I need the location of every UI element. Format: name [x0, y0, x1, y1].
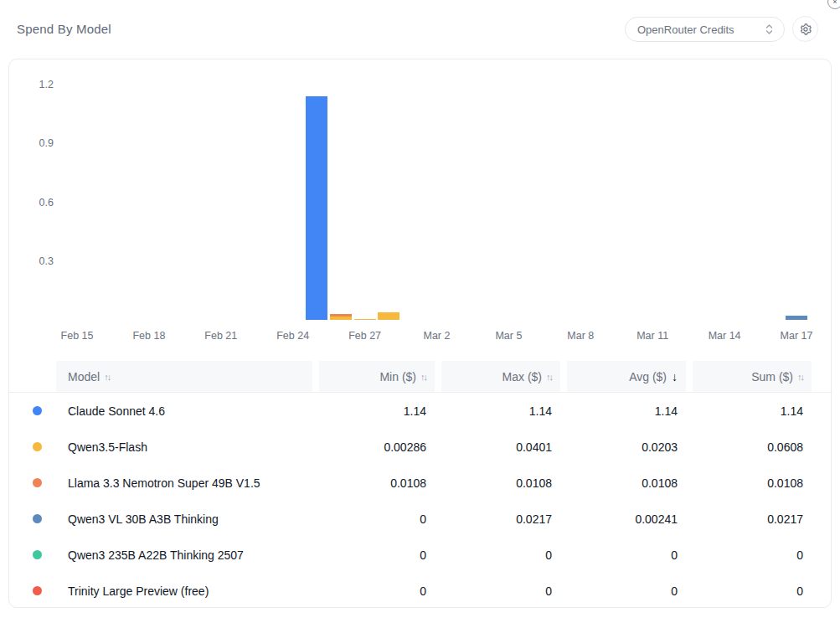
column-header-model[interactable]: Model ↑↓ — [56, 361, 312, 392]
bar-segment — [378, 312, 399, 320]
x-axis-tick-label: Feb 18 — [132, 330, 165, 342]
bar-segment — [786, 316, 807, 320]
cell-min: 0 — [319, 512, 435, 526]
close-icon-glyph: × — [832, 0, 837, 6]
x-axis-tick-label: Mar 17 — [781, 330, 813, 342]
model-name: Qwen3 235B A22B Thinking 2507 — [56, 548, 312, 562]
cell-sum: 0.0608 — [693, 440, 812, 454]
table-row[interactable]: Qwen3.5-Flash 0.00286 0.0401 0.0203 0.06… — [9, 429, 832, 465]
x-axis-tick-label: Mar 14 — [709, 330, 741, 342]
series-dot-cell — [9, 442, 49, 451]
cell-max: 0.0217 — [441, 512, 560, 526]
top-bar: Spend By Model OpenRouter Credits × — [0, 0, 840, 59]
column-label: Max ($) — [502, 370, 542, 383]
series-dot-cell — [9, 514, 49, 523]
table-header-row: Model ↑↓ Min ($) ↑↓ Max ($) ↑↓ Avg ($) ↓… — [9, 361, 832, 393]
sort-icon: ↑↓ — [420, 372, 426, 382]
x-axis-tick-label: Mar 11 — [636, 330, 668, 342]
y-axis-tick-label: 0.3 — [9, 255, 54, 267]
column-label: Model — [68, 370, 100, 383]
cell-max: 0 — [441, 584, 560, 598]
cell-min: 0.00286 — [319, 440, 435, 454]
column-header-avg[interactable]: Avg ($) ↓ — [567, 361, 686, 392]
column-header-min[interactable]: Min ($) ↑↓ — [319, 361, 435, 392]
y-axis-tick-label: 1.2 — [9, 79, 54, 90]
series-dot-cell — [9, 478, 49, 487]
spend-bar-chart: 0.30.60.91.2 Feb 15Feb 18Feb 21Feb 24Feb… — [9, 59, 832, 361]
series-color-dot — [33, 586, 42, 595]
currency-select[interactable]: OpenRouter Credits — [625, 17, 785, 42]
cell-sum: 0 — [693, 548, 812, 562]
model-name: Claude Sonnet 4.6 — [56, 404, 312, 418]
settings-button[interactable] — [792, 16, 818, 42]
series-color-dot — [33, 478, 42, 487]
currency-select-value: OpenRouter Credits — [637, 23, 734, 36]
sort-icon: ↑↓ — [797, 372, 803, 382]
table-row[interactable]: Qwen3 VL 30B A3B Thinking 0 0.0217 0.002… — [9, 501, 832, 537]
cell-avg: 0.0108 — [567, 476, 686, 490]
cell-min: 0 — [319, 548, 435, 562]
model-name: Qwen3.5-Flash — [56, 440, 312, 454]
x-axis-tick-label: Feb 24 — [276, 330, 309, 342]
chevron-up-down-icon — [765, 23, 774, 36]
table-row[interactable]: Qwen3 235B A22B Thinking 2507 0 0 0 0 — [9, 537, 832, 573]
column-label: Min ($) — [379, 370, 416, 383]
x-axis-tick-label: Mar 5 — [495, 330, 522, 342]
sort-icon: ↑↓ — [104, 372, 110, 382]
table-body: Claude Sonnet 4.6 1.14 1.14 1.14 1.14 Qw… — [9, 393, 832, 609]
cell-sum: 0 — [693, 584, 812, 598]
model-name: Qwen3 VL 30B A3B Thinking — [56, 512, 312, 526]
series-dot-cell — [9, 586, 49, 595]
series-color-dot — [33, 442, 42, 451]
cell-sum: 1.14 — [693, 404, 812, 418]
y-axis-tick-label: 0.9 — [9, 137, 54, 149]
bar-segment — [306, 96, 327, 320]
sort-icon: ↑↓ — [546, 372, 552, 382]
cell-min: 1.14 — [319, 404, 435, 418]
table-row[interactable]: Trinity Large Preview (free) 0 0 0 0 — [9, 573, 832, 609]
cell-avg: 0.0203 — [567, 440, 686, 454]
cell-sum: 0.0217 — [693, 512, 812, 526]
cell-min: 0 — [319, 584, 435, 598]
bar-mar-17[interactable] — [786, 316, 807, 320]
bar-feb-27[interactable] — [354, 319, 376, 320]
gear-icon — [799, 23, 812, 36]
x-axis-tick-label: Feb 15 — [61, 330, 94, 342]
cell-max: 0.0401 — [441, 440, 560, 454]
column-header-sum[interactable]: Sum ($) ↑↓ — [693, 361, 812, 392]
model-name: Trinity Large Preview (free) — [56, 584, 312, 598]
column-header-max[interactable]: Max ($) ↑↓ — [441, 361, 560, 392]
model-stats-table: Model ↑↓ Min ($) ↑↓ Max ($) ↑↓ Avg ($) ↓… — [9, 361, 832, 609]
cell-max: 1.14 — [441, 404, 560, 418]
cell-max: 0 — [441, 548, 560, 562]
spend-by-model-card: 0.30.60.91.2 Feb 15Feb 18Feb 21Feb 24Feb… — [8, 59, 832, 608]
series-color-dot — [33, 514, 42, 523]
y-axis-tick-label: 0.6 — [9, 197, 54, 208]
close-icon[interactable]: × — [827, 0, 840, 9]
cell-max: 0.0108 — [441, 476, 560, 490]
x-axis-tick-label: Feb 27 — [348, 330, 381, 342]
column-label: Sum ($) — [751, 370, 793, 383]
x-axis-tick-label: Mar 8 — [567, 330, 594, 342]
bar-segment — [354, 319, 376, 320]
cell-avg: 0.00241 — [567, 512, 686, 526]
cell-avg: 0 — [567, 584, 686, 598]
cell-avg: 1.14 — [567, 404, 686, 418]
cell-avg: 0 — [567, 548, 686, 562]
cell-min: 0.0108 — [319, 476, 435, 490]
bar-feb-28[interactable] — [378, 312, 399, 320]
table-row[interactable]: Claude Sonnet 4.6 1.14 1.14 1.14 1.14 — [9, 393, 832, 429]
series-color-dot — [33, 550, 42, 559]
bar-segment — [330, 317, 352, 320]
series-color-dot — [33, 406, 42, 415]
page-title: Spend By Model — [17, 22, 111, 36]
model-name: Llama 3.3 Nemotron Super 49B V1.5 — [56, 476, 312, 490]
cell-sum: 0.0108 — [693, 476, 812, 490]
bar-feb-25[interactable] — [306, 96, 327, 320]
bar-feb-26[interactable] — [330, 314, 352, 320]
series-dot-cell — [9, 550, 49, 559]
x-axis-tick-label: Mar 2 — [424, 330, 451, 342]
column-label: Avg ($) — [629, 370, 667, 383]
table-row[interactable]: Llama 3.3 Nemotron Super 49B V1.5 0.0108… — [9, 465, 832, 501]
color-column-header — [9, 361, 49, 392]
